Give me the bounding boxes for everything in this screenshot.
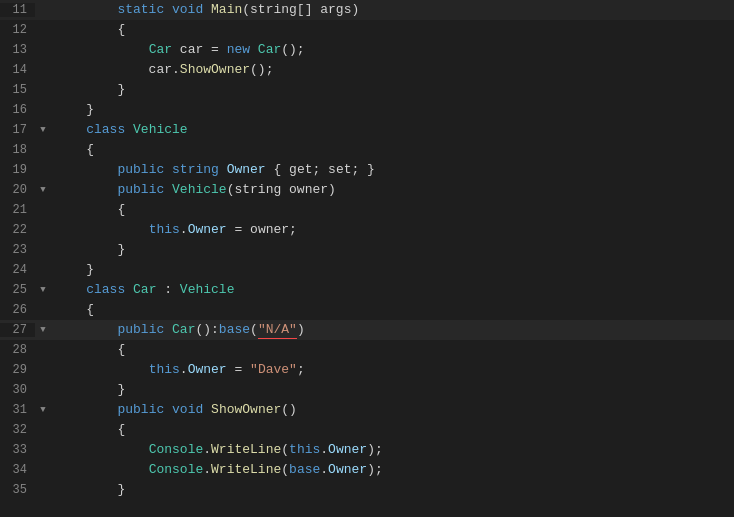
line-number: 31 (0, 403, 35, 417)
code-text: } (51, 80, 125, 100)
token: Vehicle (180, 282, 235, 297)
collapse-icon[interactable]: ▼ (40, 185, 45, 195)
line-number: 24 (0, 263, 35, 277)
token: base (219, 322, 250, 337)
token: public (117, 162, 164, 177)
fold-gutter[interactable]: ▼ (35, 125, 51, 135)
code-line: 17▼ class Vehicle (0, 120, 734, 140)
code-text: static void Main(string[] args) (51, 0, 359, 20)
token (55, 122, 86, 137)
line-number: 35 (0, 483, 35, 497)
line-number: 19 (0, 163, 35, 177)
token: { get; set; } (266, 162, 375, 177)
token (55, 442, 149, 457)
token (164, 182, 172, 197)
token: (string owner) (227, 182, 336, 197)
collapse-icon[interactable]: ▼ (40, 285, 45, 295)
token: = (227, 362, 250, 377)
code-line: 27▼ public Car():base("N/A") (0, 320, 734, 340)
token: { (55, 22, 125, 37)
fold-gutter[interactable]: ▼ (35, 325, 51, 335)
token: (); (250, 62, 273, 77)
token (55, 282, 86, 297)
token (55, 362, 149, 377)
line-number: 29 (0, 363, 35, 377)
code-text: car.ShowOwner(); (51, 60, 273, 80)
line-number: 21 (0, 203, 35, 217)
token (164, 322, 172, 337)
code-text: } (51, 380, 125, 400)
code-line: 22 this.Owner = owner; (0, 220, 734, 240)
token: (string[] args) (242, 2, 359, 17)
code-text: Console.WriteLine(base.Owner); (51, 460, 383, 480)
token: (); (281, 42, 304, 57)
token (55, 182, 117, 197)
token: Owner (328, 442, 367, 457)
token: Main (211, 2, 242, 17)
code-line: 15 } (0, 80, 734, 100)
token: Console (149, 442, 204, 457)
token: { (55, 202, 125, 217)
code-line: 30 } (0, 380, 734, 400)
code-line: 13 Car car = new Car(); (0, 40, 734, 60)
code-text: } (51, 480, 125, 500)
code-line: 21 { (0, 200, 734, 220)
token: car. (55, 62, 180, 77)
code-lines: 11 static void Main(string[] args)12 {13… (0, 0, 734, 500)
code-text: { (51, 340, 125, 360)
line-number: 30 (0, 383, 35, 397)
code-line: 20▼ public Vehicle(string owner) (0, 180, 734, 200)
token (125, 122, 133, 137)
code-line: 34 Console.WriteLine(base.Owner); (0, 460, 734, 480)
token: ( (281, 442, 289, 457)
line-number: 22 (0, 223, 35, 237)
code-line: 16 } (0, 100, 734, 120)
line-number: 32 (0, 423, 35, 437)
token: Console (149, 462, 204, 477)
token: ); (367, 462, 383, 477)
token: Vehicle (172, 182, 227, 197)
token: base (289, 462, 320, 477)
code-text: Console.WriteLine(this.Owner); (51, 440, 383, 460)
token: Car (133, 282, 156, 297)
line-number: 25 (0, 283, 35, 297)
token: . (203, 442, 211, 457)
token: ( (281, 462, 289, 477)
fold-gutter[interactable]: ▼ (35, 405, 51, 415)
token: } (55, 102, 94, 117)
token (55, 402, 117, 417)
token: void (172, 402, 203, 417)
token: Owner (188, 222, 227, 237)
collapse-icon[interactable]: ▼ (40, 405, 45, 415)
line-number: 12 (0, 23, 35, 37)
token: "Dave" (250, 362, 297, 377)
token: { (55, 342, 125, 357)
code-text: { (51, 420, 125, 440)
token: Car (172, 322, 195, 337)
token (125, 282, 133, 297)
line-number: 34 (0, 463, 35, 477)
collapse-icon[interactable]: ▼ (40, 325, 45, 335)
line-number: 26 (0, 303, 35, 317)
code-line: 24 } (0, 260, 734, 280)
token: ShowOwner (180, 62, 250, 77)
code-text: { (51, 140, 94, 160)
fold-gutter[interactable]: ▼ (35, 285, 51, 295)
token: } (55, 242, 125, 257)
token: . (320, 462, 328, 477)
line-number: 28 (0, 343, 35, 357)
token (55, 322, 117, 337)
token: new (227, 42, 250, 57)
line-number: 17 (0, 123, 35, 137)
token: ; (297, 362, 305, 377)
token (55, 462, 149, 477)
collapse-icon[interactable]: ▼ (40, 125, 45, 135)
fold-gutter[interactable]: ▼ (35, 185, 51, 195)
token: static void (55, 2, 211, 17)
code-text: this.Owner = "Dave"; (51, 360, 305, 380)
code-text: public Vehicle(string owner) (51, 180, 336, 200)
token: Car (149, 42, 172, 57)
token: } (55, 482, 125, 497)
token: car = (172, 42, 227, 57)
token: } (55, 82, 125, 97)
